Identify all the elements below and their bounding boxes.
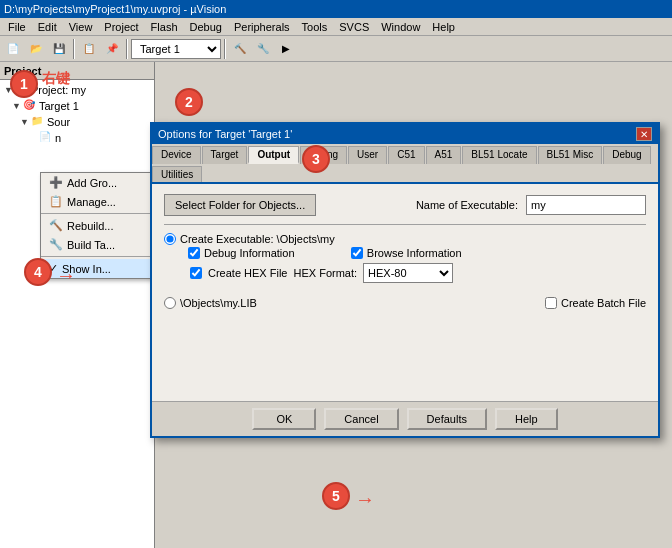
tab-device[interactable]: Device [152,146,201,164]
dialog-tabs: Device Target Output Listing User C51 A5… [152,144,658,184]
menu-window[interactable]: Window [375,21,426,33]
tab-bl51-misc[interactable]: BL51 Misc [538,146,603,164]
check-hex-label: Create HEX File [208,267,287,279]
menu-edit[interactable]: Edit [32,21,63,33]
dialog-footer: OK Cancel Defaults Help [152,401,658,436]
build-target-icon: 🔧 [49,238,63,251]
debug-btn[interactable]: ▶ [275,38,297,60]
context-menu: ➕ Add Gro... 📋 Manage... 🔨 Rebuild... 🔧 … [40,172,155,279]
radio-exe-label: Create Executable: \Objects\my [180,233,335,245]
radio-create-lib: \Objects\my.LIB [164,297,257,309]
cancel-button[interactable]: Cancel [324,408,398,430]
check-batch: Create Batch File [545,297,646,309]
select-folder-btn[interactable]: Select Folder for Objects... [164,194,316,216]
expand-target: ▼ [12,101,22,111]
tab-c51[interactable]: C51 [388,146,424,164]
save-btn[interactable]: 💾 [48,38,70,60]
context-add-group[interactable]: ➕ Add Gro... [41,173,155,192]
new-btn[interactable]: 📄 [2,38,24,60]
dialog-content: Select Folder for Objects... Name of Exe… [152,184,658,321]
step-5-circle: 5 [322,482,350,510]
step-5-arrow: → [355,488,375,511]
check-debug-info: Debug Information Browse Information [188,247,646,259]
ok-button[interactable]: OK [252,408,316,430]
step-2-circle: 2 [175,88,203,116]
name-executable-label: Name of Executable: [416,199,518,211]
tab-utilities[interactable]: Utilities [152,166,202,182]
build-target-label: Build Ta... [67,239,115,251]
tab-a51[interactable]: A51 [426,146,462,164]
folder-row: Select Folder for Objects... Name of Exe… [164,194,646,216]
check-batch-input[interactable] [545,297,557,309]
tree-file[interactable]: 📄 n [26,130,152,146]
file-label: n [55,132,61,144]
expand-source: ▼ [20,117,30,127]
tree-target[interactable]: ▼ 🎯 Target 1 [10,98,152,114]
sep1 [73,39,75,59]
add-group-label: Add Gro... [67,177,117,189]
context-manage[interactable]: 📋 Manage... [41,192,155,211]
dialog-title: Options for Target 'Target 1' [158,128,292,140]
menu-svcs[interactable]: SVCS [333,21,375,33]
help-button[interactable]: Help [495,408,558,430]
check-batch-label: Create Batch File [561,297,646,309]
context-rebuild[interactable]: 🔨 Rebuild... [41,216,155,235]
menu-project[interactable]: Project [98,21,144,33]
copy-btn[interactable]: 📋 [78,38,100,60]
menu-view[interactable]: View [63,21,99,33]
sep3 [224,39,226,59]
tab-target[interactable]: Target [202,146,248,164]
tab-output[interactable]: Output [248,146,299,164]
dialog-close-button[interactable]: ✕ [636,127,652,141]
target-icon: 🎯 [23,99,37,113]
hex-format-select[interactable]: HEX-80 HEX-386 HEX-32 [363,263,453,283]
menu-peripherals[interactable]: Peripherals [228,21,296,33]
rebuild-btn[interactable]: 🔧 [252,38,274,60]
menu-debug[interactable]: Debug [184,21,228,33]
menu-tools[interactable]: Tools [296,21,334,33]
context-sep1 [41,213,155,214]
tab-bl51-locate[interactable]: BL51 Locate [462,146,536,164]
hex-format-label: HEX Format: [293,267,357,279]
check-browse-input[interactable] [351,247,363,259]
defaults-button[interactable]: Defaults [407,408,487,430]
radio-exe-input[interactable] [164,233,176,245]
check-debug-input[interactable] [188,247,200,259]
tab-user[interactable]: User [348,146,387,164]
open-btn[interactable]: 📂 [25,38,47,60]
menu-flash[interactable]: Flash [145,21,184,33]
build-btn[interactable]: 🔨 [229,38,251,60]
context-sep2 [41,256,155,257]
manage-icon: 📋 [49,195,63,208]
source-label: Sour [47,116,70,128]
add-group-icon: ➕ [49,176,63,189]
hex-row: Create HEX File HEX Format: HEX-80 HEX-3… [210,263,646,283]
step-1-annotation: 右键 [42,70,70,88]
name-executable-input[interactable] [526,195,646,215]
menu-file[interactable]: File [2,21,32,33]
project-panel: Project ▼ 📁 Project: my ▼ 🎯 Target 1 ▼ 📁… [0,62,155,548]
expand-file [28,133,38,143]
check-hex-input[interactable] [190,267,202,279]
paste-btn[interactable]: 📌 [101,38,123,60]
radio-create-exe: Create Executable: \Objects\my [164,233,646,245]
manage-label: Manage... [67,196,116,208]
radio-lib-input[interactable] [164,297,176,309]
title-bar: D:\myProjects\myProject1\my.uvproj - µVi… [0,0,672,18]
step-3-circle: 3 [302,145,330,173]
tree-source[interactable]: ▼ 📁 Sour [18,114,152,130]
context-build-target[interactable]: 🔧 Build Ta... [41,235,155,254]
toolbar: 📄 📂 💾 📋 📌 Target 1 🔨 🔧 ▶ [0,36,672,62]
step-4-circle: 4 [24,258,52,286]
options-dialog: Options for Target 'Target 1' ✕ Device T… [150,122,660,438]
target-dropdown[interactable]: Target 1 [131,39,221,59]
file-icon: 📄 [39,131,53,145]
check-debug-label: Debug Information [204,247,295,259]
sep2 [126,39,128,59]
tab-debug[interactable]: Debug [603,146,650,164]
radio-lib-label: \Objects\my.LIB [180,297,257,309]
menu-bar: File Edit View Project Flash Debug Perip… [0,18,672,36]
source-folder-icon: 📁 [31,115,45,129]
menu-help[interactable]: Help [426,21,461,33]
rebuild-icon: 🔨 [49,219,63,232]
